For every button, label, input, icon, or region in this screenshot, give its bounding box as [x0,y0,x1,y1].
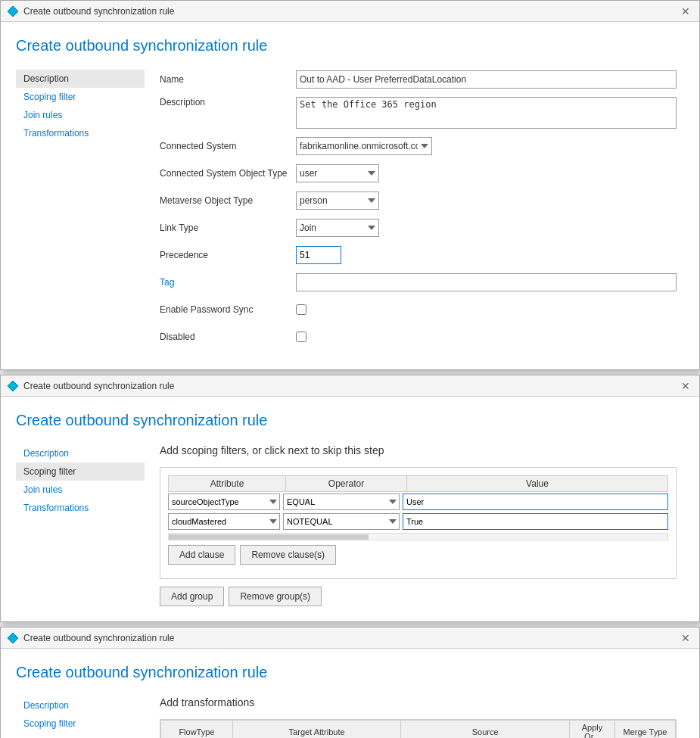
description-label: Description [160,97,296,107]
dialog-heading-3: Create outbound synchronization rule [16,664,677,681]
dialog-content-2: Description Scoping filter Join rules Tr… [16,444,677,606]
filter-op-select-1[interactable]: EQUAL [283,494,400,510]
transform-table-container: FlowType Target Attribute Source Apply O… [160,719,677,738]
dialog-icon-3 [7,632,19,644]
name-input[interactable] [296,70,677,89]
dialog-body-2: Create outbound synchronization rule Des… [1,397,699,621]
col-merge-type-header: Merge Type [615,721,676,739]
filter-attr-select-1[interactable]: sourceObjectType [168,494,280,510]
enable-password-sync-checkbox[interactable] [296,304,306,315]
sidebar-2: Description Scoping filter Join rules Tr… [16,444,145,606]
titlebar-2: Create outbound synchronization rule ✕ [1,375,699,397]
filter-row-2: cloudMastered NOTEQUAL [168,513,668,530]
enable-password-sync-row: Enable Password Sync [160,300,677,319]
filter-btn-row: Add clause Remove clause(s) [168,545,668,565]
tag-label: Tag [160,277,296,288]
sidebar-item-scoping-3[interactable]: Scoping filter [16,715,145,733]
group-btn-row: Add group Remove group(s) [160,587,677,606]
svg-marker-1 [8,381,18,391]
filter-col-val-header: Value [407,476,667,491]
transform-section-heading: Add transformations [160,696,677,708]
metaverse-object-type-select[interactable]: person [296,192,379,210]
sidebar-item-join-3[interactable]: Join rules [16,733,145,738]
dialog-content-1: Description Scoping filter Join rules Tr… [16,70,677,354]
dialog-content-3: Description Scoping filter Join rules Tr… [16,696,677,738]
sidebar-item-description-1[interactable]: Description [16,70,145,88]
metaverse-object-type-label: Metaverse Object Type [160,195,296,206]
name-row: Name [160,70,677,89]
link-type-select[interactable]: Join [296,219,379,237]
main-panel-3: Add transformations FlowType Target Attr… [145,696,677,738]
disabled-checkbox[interactable] [296,332,306,342]
col-source-header: Source [401,721,570,739]
sidebar-item-scoping-1[interactable]: Scoping filter [16,88,145,106]
precedence-row: Precedence [160,245,677,265]
col-flowtype-header: FlowType [161,721,233,739]
connected-system-label: Connected System [160,141,296,151]
sidebar-item-transform-1[interactable]: Transformations [16,124,145,142]
disabled-label: Disabled [160,332,296,342]
remove-clause-button[interactable]: Remove clause(s) [240,545,336,565]
filter-scrollbar-thumb [169,534,369,540]
scoping-section-heading: Add scoping filters, or click next to sk… [160,444,677,456]
svg-marker-0 [8,6,18,17]
close-button-1[interactable]: ✕ [678,4,693,19]
sidebar-item-description-3[interactable]: Description [16,696,145,715]
dialog-title-text-3: Create outbound synchronization rule [23,633,674,643]
dialog-window-2: Create outbound synchronization rule ✕ C… [0,375,700,622]
filter-table-container: Attribute Operator Value sourceObjectTyp… [160,467,677,579]
add-clause-button[interactable]: Add clause [168,545,235,565]
filter-val-input-2[interactable] [403,513,668,530]
connected-object-type-row: Connected System Object Type user [160,163,677,183]
titlebar-3: Create outbound synchronization rule ✕ [1,627,699,649]
close-button-3[interactable]: ✕ [678,631,693,646]
sidebar-item-transform-2[interactable]: Transformations [16,499,145,517]
description-textarea[interactable]: Set the Office 365 region [296,97,677,129]
dialog-title-text-2: Create outbound synchronization rule [23,381,674,391]
filter-scrollbar[interactable] [168,533,668,540]
dialog-title-text-1: Create outbound synchronization rule [23,6,674,17]
filter-op-select-2[interactable]: NOTEQUAL [283,513,400,530]
name-label: Name [160,74,296,85]
dialog-heading-2: Create outbound synchronization rule [16,412,677,429]
close-button-2[interactable]: ✕ [678,378,693,394]
titlebar-1: Create outbound synchronization rule ✕ [1,1,699,22]
remove-group-button[interactable]: Remove group(s) [229,587,322,606]
transform-table: FlowType Target Attribute Source Apply O… [160,720,676,738]
tag-input[interactable] [296,273,677,291]
sidebar-3: Description Scoping filter Join rules Tr… [16,696,145,738]
filter-col-attr-header: Attribute [169,476,286,491]
tag-row: Tag [160,272,677,292]
description-row: Description Set the Office 365 region [160,97,677,129]
connected-system-select[interactable]: fabrikamonline.onmicrosoft.com [296,137,432,155]
filter-attr-select-2[interactable]: cloudMastered [168,513,280,530]
connected-object-type-select[interactable]: user [296,164,379,182]
sidebar-item-join-2[interactable]: Join rules [16,481,145,499]
filter-table-header: Attribute Operator Value [168,475,668,492]
metaverse-object-type-row: Metaverse Object Type person [160,191,677,210]
col-apply-once-header: Apply Or... [570,721,615,739]
dialog-heading-1: Create outbound synchronization rule [16,37,677,54]
precedence-label: Precedence [160,250,296,260]
enable-password-sync-label: Enable Password Sync [160,304,296,315]
connected-object-type-label: Connected System Object Type [160,168,296,179]
precedence-input[interactable] [296,246,341,264]
dialog-body-3: Create outbound synchronization rule Des… [1,649,699,738]
sidebar-item-description-2[interactable]: Description [16,444,145,462]
filter-col-op-header: Operator [286,476,407,491]
svg-marker-2 [8,633,18,643]
dialog-icon-1 [7,5,19,17]
main-panel-1: Name Description Set the Office 365 regi… [145,70,677,354]
link-type-row: Link Type Join [160,218,677,238]
sidebar-item-join-1[interactable]: Join rules [16,106,145,124]
add-group-button[interactable]: Add group [160,587,224,606]
dialog-window-1: Create outbound synchronization rule ✕ C… [0,0,700,370]
disabled-row: Disabled [160,327,677,347]
main-panel-2: Add scoping filters, or click next to sk… [145,444,677,606]
filter-val-input-1[interactable] [403,494,668,510]
filter-row-1: sourceObjectType EQUAL [168,494,668,510]
dialog-body-1: Create outbound synchronization rule Des… [1,22,699,369]
col-target-attr-header: Target Attribute [232,721,401,739]
dialog-icon-2 [7,380,19,392]
sidebar-item-scoping-2[interactable]: Scoping filter [16,462,145,481]
